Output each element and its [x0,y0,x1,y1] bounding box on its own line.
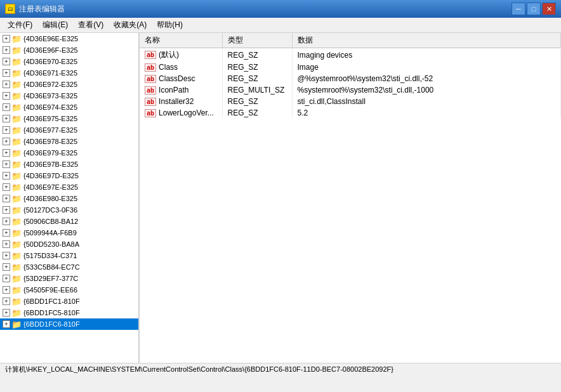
tree-item[interactable]: +📁{54505F9E-EE66 [0,284,138,296]
reg-value-icon: ab [145,51,156,59]
tree-item[interactable]: +📁{4D36E980-E325 [0,193,138,204]
tree-item[interactable]: +📁{4D36E979-E325 [0,147,138,159]
expand-icon[interactable]: + [3,115,10,122]
entry-data: sti_ci.dll,ClassInstall [292,96,561,107]
tree-item-label: {4D36E972-E325 [23,81,77,88]
tree-item[interactable]: +📁{4D36E978-E325 [0,136,138,147]
expand-icon[interactable]: + [3,263,10,271]
tree-item-label: {4D36E980-E325 [23,195,77,202]
expand-icon[interactable]: + [3,275,10,282]
tree-item-label: {5099944A-F6B9 [23,229,77,237]
tree-item[interactable]: +📁{6BDD1FC6-810F [0,318,138,330]
menu-view[interactable]: 查看(V) [73,18,109,32]
tree-item[interactable]: +📁{4D36E972-E325 [0,79,138,90]
tree-item-label: {533C5B84-EC7C [23,263,80,271]
tree-item[interactable]: +📁{4D36E975-E325 [0,113,138,124]
minimize-button[interactable]: ─ [512,3,525,15]
tree-item[interactable]: +📁{6BDD1FC5-810F [0,307,138,318]
folder-icon: 📁 [11,126,22,135]
expand-icon[interactable]: + [3,46,10,54]
table-row[interactable]: abClassREG_SZImage [140,62,561,73]
expand-icon[interactable]: + [3,172,10,180]
tree-item-label: {4D36E978-E325 [23,138,77,145]
expand-icon[interactable]: + [3,240,10,248]
tree-item-label: {4D36E975-E325 [23,115,77,122]
detail-pane: 名称 类型 数据 ab(默认)REG_SZImaging devicesabCl… [140,33,561,363]
menu-favorites[interactable]: 收藏夹(A) [109,18,152,32]
tree-item[interactable]: +📁{4D36E97B-E325 [0,159,138,170]
close-button[interactable]: ✕ [542,3,556,15]
expand-icon[interactable]: + [3,320,10,328]
tree-item-label: {4D36E97B-E325 [23,160,78,168]
tree-item[interactable]: +📁{53D29EF7-377C [0,273,138,284]
entry-type: REG_SZ [222,96,292,107]
tree-item[interactable]: +📁{5099944A-F6B9 [0,227,138,238]
table-row[interactable]: abLowerLogoVer...REG_SZ5.2 [140,107,561,119]
tree-item[interactable]: +📁{4D36E974-E325 [0,101,138,113]
expand-icon[interactable]: + [3,138,10,145]
tree-item-label: {54505F9E-EE66 [23,286,77,294]
tree-item[interactable]: +📁{4D36E97E-E325 [0,181,138,193]
menu-help[interactable]: 帮助(H) [152,18,188,32]
tree-item[interactable]: +📁{4D36E971-E325 [0,67,138,79]
folder-icon: 📁 [11,285,22,295]
expand-icon[interactable]: + [3,81,10,88]
entry-data: %systemroot%\system32\sti_ci.dll,-1000 [292,84,561,96]
tree-item[interactable]: +📁{4D36E977-E325 [0,124,138,136]
tree-item[interactable]: +📁{4D36E96F-E325 [0,44,138,56]
expand-icon[interactable]: + [3,58,10,65]
expand-icon[interactable]: + [3,229,10,237]
tree-item[interactable]: +📁{5175D334-C371 [0,250,138,261]
reg-value-icon: ab [145,109,156,117]
folder-icon: 📁 [11,80,22,89]
tree-item[interactable]: +📁{4D36E97D-E325 [0,170,138,181]
tree-item[interactable]: +📁{4D36E973-E325 [0,90,138,101]
expand-icon[interactable]: + [3,309,10,317]
expand-icon[interactable]: + [3,92,10,100]
column-type-header[interactable]: 类型 [222,33,292,48]
folder-icon: 📁 [11,240,22,249]
status-bar: 计算机\HKEY_LOCAL_MACHINE\SYSTEM\CurrentCon… [0,363,561,376]
table-row[interactable]: abClassDescREG_SZ@%systemroot%\system32\… [140,73,561,84]
tree-item[interactable]: +📁{533C5B84-EC7C [0,261,138,273]
expand-icon[interactable]: + [3,252,10,259]
tree-item-label: {4D36E97E-E325 [23,183,78,191]
expand-icon[interactable]: + [3,126,10,134]
expand-icon[interactable]: + [3,286,10,294]
expand-icon[interactable]: + [3,218,10,225]
column-name-header[interactable]: 名称 [140,33,222,48]
tree-item[interactable]: +📁{50906CB8-BA12 [0,216,138,227]
table-row[interactable]: abInstaller32REG_SZsti_ci.dll,ClassInsta… [140,96,561,107]
tree-item[interactable]: +📁{50DD5230-BA8A [0,238,138,250]
menu-file[interactable]: 文件(F) [3,18,37,32]
folder-icon: 📁 [11,137,22,147]
folder-icon: 📁 [11,228,22,238]
expand-icon[interactable]: + [3,206,10,214]
folder-icon: 📁 [11,308,22,318]
maximize-button[interactable]: □ [527,3,541,15]
expand-icon[interactable]: + [3,183,10,191]
table-row[interactable]: ab(默认)REG_SZImaging devices [140,48,561,62]
expand-icon[interactable]: + [3,103,10,111]
table-row[interactable]: abIconPathREG_MULTI_SZ%systemroot%\syste… [140,84,561,96]
tree-item[interactable]: +📁{50127DC3-0F36 [0,204,138,216]
tree-item-label: {4D36E96F-E325 [23,46,78,54]
tree-item-label: {4D36E97D-E325 [23,172,79,180]
tree-item[interactable]: +📁{4D36E96E-E325 [0,33,138,44]
column-data-header[interactable]: 数据 [292,33,561,48]
folder-icon: 📁 [11,160,22,169]
entry-name: abIconPath [140,84,222,96]
expand-icon[interactable]: + [3,69,10,77]
expand-icon[interactable]: + [3,195,10,202]
window-title: 注册表编辑器 [19,4,512,15]
entry-type: REG_SZ [222,48,292,62]
expand-icon[interactable]: + [3,35,10,42]
menu-edit[interactable]: 编辑(E) [37,18,73,32]
tree-item[interactable]: +📁{4D36E970-E325 [0,56,138,67]
tree-item-label: {6BDD1FC1-810F [23,297,80,305]
tree-item[interactable]: +📁{6BDD1FC1-810F [0,296,138,307]
expand-icon[interactable]: + [3,297,10,305]
expand-icon[interactable]: + [3,160,10,168]
expand-icon[interactable]: + [3,149,10,157]
window-controls: ─ □ ✕ [512,3,556,15]
